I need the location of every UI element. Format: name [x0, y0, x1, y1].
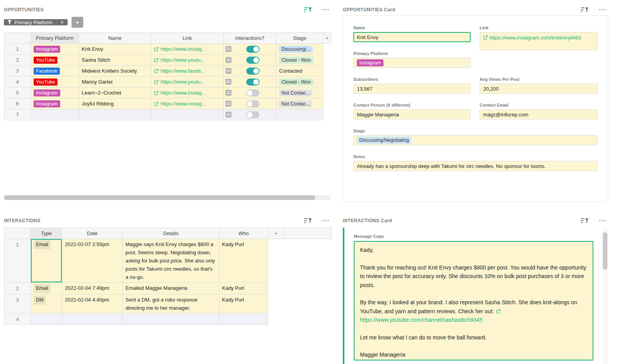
type-cell[interactable] [31, 314, 62, 325]
field-subscribers-input[interactable]: 13,567 [353, 84, 471, 94]
row-number[interactable]: 4 [4, 77, 31, 87]
type-cell[interactable]: Email [31, 239, 62, 283]
interactions-toggle[interactable] [246, 111, 260, 118]
row-number[interactable]: 2 [4, 55, 31, 66]
link-cell[interactable] [151, 109, 224, 120]
link-cell[interactable]: https://www.instag... [151, 87, 224, 98]
interactions-cell[interactable] [224, 98, 276, 109]
type-cell[interactable]: DM [31, 294, 62, 314]
who-cell[interactable] [219, 314, 268, 325]
field-avg-views-input[interactable]: 20,200 [480, 84, 598, 94]
row-number-header[interactable] [4, 33, 31, 44]
platform-cell[interactable] [31, 109, 79, 120]
stage-cell[interactable]: Contacted [276, 66, 323, 77]
row-number[interactable]: 6 [4, 98, 31, 109]
field-stage-input[interactable]: Discussing/Negotiating [353, 135, 598, 145]
row-number[interactable]: 3 [4, 66, 31, 77]
message-link[interactable]: https://www.youtube.com/channel/sashasti… [360, 308, 502, 323]
vertical-scrollbar-thumb[interactable] [603, 232, 607, 270]
horizontal-scrollbar-thumb[interactable] [4, 195, 315, 200]
column-header-details[interactable]: Details [123, 228, 219, 239]
details-cell[interactable] [123, 314, 219, 325]
message-copy-field[interactable]: Kady,Thank you for reaching out! Knit En… [354, 241, 593, 360]
section-menu-icon[interactable]: ··· [322, 8, 330, 12]
section-menu-icon[interactable]: ··· [599, 8, 607, 12]
field-contact-email-input[interactable]: magz@influrep.com [480, 109, 598, 120]
stage-cell[interactable]: Closed - Won [276, 77, 323, 87]
name-cell[interactable] [79, 109, 151, 120]
name-cell[interactable]: Joyful Ribbing [79, 98, 151, 109]
link-cell[interactable]: https://www.youtu... [151, 55, 224, 66]
row-number[interactable]: 7 [4, 109, 31, 120]
stage-cell[interactable]: Not Contac... [276, 87, 323, 98]
date-cell[interactable] [62, 314, 123, 325]
name-cell[interactable]: Learn~2~Crochet [79, 87, 151, 98]
platform-cell[interactable]: Facebook [31, 66, 79, 77]
link-cell[interactable]: https://www.instag... [151, 44, 224, 55]
add-column-header[interactable]: + [268, 228, 284, 239]
stage-cell[interactable] [276, 109, 323, 120]
filter-chip[interactable]: Primary Platform × [4, 19, 68, 25]
date-cell[interactable]: 2022-02-04 4:40pm [62, 294, 123, 314]
interactions-toggle[interactable] [246, 46, 260, 53]
column-header-who[interactable]: Who [219, 228, 268, 239]
section-menu-icon[interactable]: ··· [322, 219, 330, 223]
row-number[interactable]: 5 [4, 87, 31, 98]
who-cell[interactable]: Kady Purl [219, 239, 268, 283]
interactions-cell[interactable] [224, 66, 276, 77]
platform-cell[interactable]: YouTube [31, 55, 79, 66]
interactions-cell[interactable] [224, 77, 276, 87]
field-link-input[interactable]: https://www.instagram.com/knitenvy8462 [480, 32, 598, 50]
filter-chip-close-icon[interactable]: × [56, 19, 68, 25]
name-cell[interactable]: Manny Garter [79, 77, 151, 87]
platform-cell[interactable]: Instagram [31, 44, 79, 55]
who-cell[interactable]: Kady Purl [219, 283, 268, 294]
column-header-type[interactable]: Type [31, 228, 62, 239]
filter-sort-icon[interactable] [304, 218, 312, 224]
interactions-cell[interactable] [224, 109, 276, 120]
name-cell[interactable]: Sasha Stitch [79, 55, 151, 66]
platform-cell[interactable]: Instagram [31, 87, 79, 98]
date-cell[interactable]: 2022-02-07 2:55pm [62, 239, 123, 283]
platform-cell[interactable]: YouTube [31, 77, 79, 87]
column-header-primary-platform[interactable]: Primary Platform [31, 33, 79, 44]
row-number[interactable]: 3 [4, 294, 31, 314]
column-header-name[interactable]: Name [79, 33, 151, 44]
interactions-toggle[interactable] [246, 79, 260, 86]
column-header-interactions[interactable]: Interactions? [224, 33, 276, 44]
row-number-header[interactable] [4, 228, 31, 239]
details-cell[interactable]: Sent a DM, got a robo response directing… [123, 294, 219, 314]
row-number[interactable]: 4 [4, 314, 31, 325]
interactions-toggle[interactable] [246, 57, 260, 64]
interactions-cell[interactable] [224, 44, 276, 55]
interactions-toggle[interactable] [246, 89, 260, 96]
filter-sort-icon[interactable] [581, 218, 589, 224]
row-number[interactable]: 1 [4, 239, 31, 283]
horizontal-scrollbar[interactable] [4, 195, 331, 200]
filter-sort-icon[interactable] [304, 7, 312, 13]
field-notes-input[interactable]: Already has a sponsorship deep with Taku… [353, 161, 598, 171]
link-cell[interactable]: https://www.youtu... [151, 77, 224, 87]
details-cell[interactable]: Emailed Maggie Manageria [123, 283, 219, 294]
section-menu-icon[interactable]: ··· [599, 219, 607, 223]
add-filter-button[interactable]: + [72, 17, 83, 28]
name-cell[interactable]: Knit Envy [79, 44, 151, 55]
row-number[interactable]: 1 [4, 44, 31, 55]
field-contact-person-input[interactable]: Maggie Manageria [353, 109, 471, 120]
row-number[interactable]: 2 [4, 283, 31, 294]
add-column-header[interactable]: + [323, 33, 331, 44]
field-name-input[interactable]: Knit Envy [353, 32, 471, 42]
filter-sort-icon[interactable] [581, 7, 589, 13]
column-header-date[interactable]: Date [62, 228, 123, 239]
link-cell[interactable]: https://www.faceb... [151, 66, 224, 77]
field-primary-platform-input[interactable]: Instagram [353, 58, 471, 68]
interactions-cell[interactable] [224, 55, 276, 66]
type-cell[interactable]: Email [31, 283, 62, 294]
who-cell[interactable]: Kady Purl [219, 294, 268, 314]
interactions-cell[interactable] [224, 87, 276, 98]
interactions-toggle[interactable] [246, 68, 260, 75]
column-header-stage[interactable]: Stage [276, 33, 323, 44]
link-cell[interactable]: https://www.instag... [151, 98, 224, 109]
platform-cell[interactable]: Instagram [31, 98, 79, 109]
stage-cell[interactable]: Discussing/... [276, 44, 323, 55]
